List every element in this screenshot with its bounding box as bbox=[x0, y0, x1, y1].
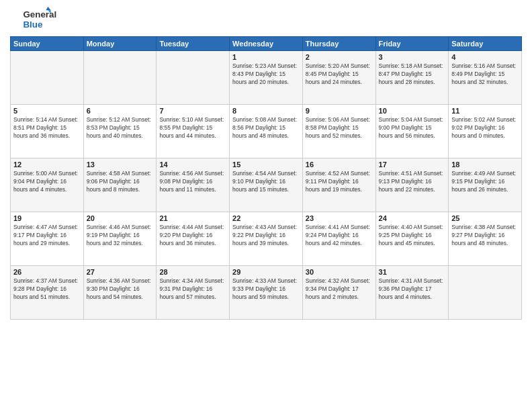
day-info: Sunrise: 4:58 AM Sunset: 9:06 PM Dayligh… bbox=[87, 170, 154, 194]
day-info: Sunrise: 5:04 AM Sunset: 9:00 PM Dayligh… bbox=[379, 116, 446, 140]
day-number: 11 bbox=[451, 107, 519, 115]
day-number: 3 bbox=[379, 53, 446, 61]
calendar-cell: 11Sunrise: 5:02 AM Sunset: 9:02 PM Dayli… bbox=[449, 105, 522, 158]
day-number: 25 bbox=[451, 214, 519, 222]
calendar-cell: 30Sunrise: 4:32 AM Sunset: 9:34 PM Dayli… bbox=[302, 266, 375, 320]
day-number: 4 bbox=[451, 53, 519, 61]
weekday-header-monday: Monday bbox=[83, 37, 157, 51]
header: General Blue bbox=[10, 7, 522, 31]
calendar-page: General Blue SundayMondayTuesdayWednesda… bbox=[0, 0, 532, 411]
day-number: 7 bbox=[159, 107, 226, 115]
day-info: Sunrise: 5:00 AM Sunset: 9:04 PM Dayligh… bbox=[13, 170, 81, 194]
calendar-cell: 24Sunrise: 4:40 AM Sunset: 9:25 PM Dayli… bbox=[375, 212, 449, 266]
day-info: Sunrise: 5:23 AM Sunset: 8:43 PM Dayligh… bbox=[232, 62, 300, 87]
day-info: Sunrise: 5:06 AM Sunset: 8:58 PM Dayligh… bbox=[306, 116, 373, 140]
day-info: Sunrise: 4:34 AM Sunset: 9:31 PM Dayligh… bbox=[159, 277, 226, 302]
day-info: Sunrise: 5:20 AM Sunset: 8:45 PM Dayligh… bbox=[306, 62, 373, 87]
calendar-cell: 14Sunrise: 4:56 AM Sunset: 9:08 PM Dayli… bbox=[157, 158, 230, 212]
calendar-cell: 27Sunrise: 4:36 AM Sunset: 9:30 PM Dayli… bbox=[83, 266, 157, 320]
day-info: Sunrise: 5:16 AM Sunset: 8:49 PM Dayligh… bbox=[451, 62, 519, 87]
calendar-cell: 15Sunrise: 4:54 AM Sunset: 9:10 PM Dayli… bbox=[230, 158, 303, 212]
day-info: Sunrise: 4:37 AM Sunset: 9:28 PM Dayligh… bbox=[13, 277, 81, 302]
day-number: 13 bbox=[87, 161, 154, 169]
calendar-cell bbox=[157, 51, 230, 105]
week-row-2: 5Sunrise: 5:14 AM Sunset: 8:51 PM Daylig… bbox=[11, 105, 522, 158]
day-info: Sunrise: 4:51 AM Sunset: 9:13 PM Dayligh… bbox=[379, 170, 446, 194]
day-number: 5 bbox=[13, 107, 81, 115]
day-number: 28 bbox=[159, 268, 226, 276]
day-info: Sunrise: 5:18 AM Sunset: 8:47 PM Dayligh… bbox=[379, 62, 446, 87]
calendar-cell: 5Sunrise: 5:14 AM Sunset: 8:51 PM Daylig… bbox=[11, 105, 84, 158]
day-number: 2 bbox=[306, 53, 373, 61]
day-info: Sunrise: 4:40 AM Sunset: 9:25 PM Dayligh… bbox=[379, 224, 446, 248]
day-number: 24 bbox=[379, 214, 446, 222]
day-info: Sunrise: 4:43 AM Sunset: 9:22 PM Dayligh… bbox=[232, 224, 300, 248]
day-number: 20 bbox=[87, 214, 154, 222]
day-info: Sunrise: 4:41 AM Sunset: 9:24 PM Dayligh… bbox=[306, 224, 373, 248]
day-number: 1 bbox=[232, 53, 300, 61]
calendar-cell: 16Sunrise: 4:52 AM Sunset: 9:11 PM Dayli… bbox=[302, 158, 375, 212]
calendar-cell: 21Sunrise: 4:44 AM Sunset: 9:20 PM Dayli… bbox=[157, 212, 230, 266]
calendar-cell: 6Sunrise: 5:12 AM Sunset: 8:53 PM Daylig… bbox=[83, 105, 157, 158]
day-number: 21 bbox=[159, 214, 226, 222]
day-info: Sunrise: 4:31 AM Sunset: 9:36 PM Dayligh… bbox=[379, 277, 446, 302]
day-number: 15 bbox=[232, 161, 300, 169]
calendar-cell bbox=[449, 266, 522, 320]
calendar-cell: 20Sunrise: 4:46 AM Sunset: 9:19 PM Dayli… bbox=[83, 212, 157, 266]
calendar-cell: 3Sunrise: 5:18 AM Sunset: 8:47 PM Daylig… bbox=[375, 51, 449, 105]
day-info: Sunrise: 5:02 AM Sunset: 9:02 PM Dayligh… bbox=[451, 116, 519, 140]
calendar-cell: 25Sunrise: 4:38 AM Sunset: 9:27 PM Dayli… bbox=[449, 212, 522, 266]
day-number: 29 bbox=[232, 268, 300, 276]
day-number: 8 bbox=[232, 107, 300, 115]
day-number: 30 bbox=[306, 268, 373, 276]
day-info: Sunrise: 5:14 AM Sunset: 8:51 PM Dayligh… bbox=[13, 116, 81, 140]
day-number: 19 bbox=[13, 214, 81, 222]
day-info: Sunrise: 4:36 AM Sunset: 9:30 PM Dayligh… bbox=[87, 277, 154, 302]
day-info: Sunrise: 4:49 AM Sunset: 9:15 PM Dayligh… bbox=[451, 170, 519, 194]
week-row-1: 1Sunrise: 5:23 AM Sunset: 8:43 PM Daylig… bbox=[11, 51, 522, 105]
day-number: 10 bbox=[379, 107, 446, 115]
weekday-header-row: SundayMondayTuesdayWednesdayThursdayFrid… bbox=[11, 37, 522, 51]
day-number: 23 bbox=[306, 214, 373, 222]
week-row-5: 26Sunrise: 4:37 AM Sunset: 9:28 PM Dayli… bbox=[11, 266, 522, 320]
calendar-cell bbox=[83, 51, 157, 105]
day-number: 17 bbox=[379, 161, 446, 169]
calendar-cell: 28Sunrise: 4:34 AM Sunset: 9:31 PM Dayli… bbox=[157, 266, 230, 320]
day-number: 16 bbox=[306, 161, 373, 169]
day-number: 18 bbox=[451, 161, 519, 169]
logo-icon: General Blue bbox=[10, 7, 64, 31]
day-info: Sunrise: 4:33 AM Sunset: 9:33 PM Dayligh… bbox=[232, 277, 300, 302]
calendar-table: SundayMondayTuesdayWednesdayThursdayFrid… bbox=[10, 36, 522, 320]
day-number: 9 bbox=[306, 107, 373, 115]
calendar-cell: 17Sunrise: 4:51 AM Sunset: 9:13 PM Dayli… bbox=[375, 158, 449, 212]
calendar-cell: 13Sunrise: 4:58 AM Sunset: 9:06 PM Dayli… bbox=[83, 158, 157, 212]
day-info: Sunrise: 5:08 AM Sunset: 8:56 PM Dayligh… bbox=[232, 116, 300, 140]
day-info: Sunrise: 4:47 AM Sunset: 9:17 PM Dayligh… bbox=[13, 224, 81, 248]
weekday-header-saturday: Saturday bbox=[449, 37, 522, 51]
day-number: 12 bbox=[13, 161, 81, 169]
day-info: Sunrise: 4:44 AM Sunset: 9:20 PM Dayligh… bbox=[159, 224, 226, 248]
logo: General Blue bbox=[10, 7, 65, 31]
calendar-cell: 10Sunrise: 5:04 AM Sunset: 9:00 PM Dayli… bbox=[375, 105, 449, 158]
day-number: 6 bbox=[87, 107, 154, 115]
calendar-cell: 31Sunrise: 4:31 AM Sunset: 9:36 PM Dayli… bbox=[375, 266, 449, 320]
calendar-cell: 8Sunrise: 5:08 AM Sunset: 8:56 PM Daylig… bbox=[230, 105, 303, 158]
day-info: Sunrise: 4:38 AM Sunset: 9:27 PM Dayligh… bbox=[451, 224, 519, 248]
weekday-header-friday: Friday bbox=[375, 37, 449, 51]
calendar-cell: 12Sunrise: 5:00 AM Sunset: 9:04 PM Dayli… bbox=[11, 158, 84, 212]
day-number: 22 bbox=[232, 214, 300, 222]
weekday-header-wednesday: Wednesday bbox=[230, 37, 303, 51]
calendar-cell: 9Sunrise: 5:06 AM Sunset: 8:58 PM Daylig… bbox=[302, 105, 375, 158]
calendar-cell: 26Sunrise: 4:37 AM Sunset: 9:28 PM Dayli… bbox=[11, 266, 84, 320]
calendar-cell: 29Sunrise: 4:33 AM Sunset: 9:33 PM Dayli… bbox=[230, 266, 303, 320]
day-number: 26 bbox=[13, 268, 81, 276]
calendar-cell: 23Sunrise: 4:41 AM Sunset: 9:24 PM Dayli… bbox=[302, 212, 375, 266]
weekday-header-thursday: Thursday bbox=[302, 37, 375, 51]
day-info: Sunrise: 5:10 AM Sunset: 8:55 PM Dayligh… bbox=[159, 116, 226, 140]
day-number: 27 bbox=[87, 268, 154, 276]
calendar-cell: 1Sunrise: 5:23 AM Sunset: 8:43 PM Daylig… bbox=[230, 51, 303, 105]
day-info: Sunrise: 4:54 AM Sunset: 9:10 PM Dayligh… bbox=[232, 170, 300, 194]
day-info: Sunrise: 4:32 AM Sunset: 9:34 PM Dayligh… bbox=[306, 277, 373, 302]
day-number: 31 bbox=[379, 268, 446, 276]
weekday-header-sunday: Sunday bbox=[11, 37, 84, 51]
